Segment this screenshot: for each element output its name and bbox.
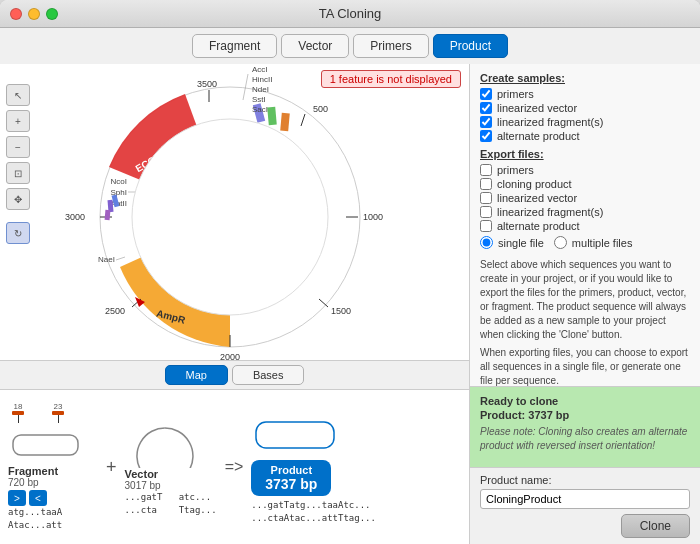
export-cloningprod-checkbox[interactable] bbox=[480, 178, 492, 190]
svg-text:2500: 2500 bbox=[105, 306, 125, 316]
map-tabs: Map Bases bbox=[0, 360, 469, 389]
create-primers-label: primers bbox=[497, 88, 534, 100]
sequence-section: 18 23 bbox=[0, 390, 469, 544]
vector-seq: ...gatT atc... bbox=[125, 491, 212, 504]
svg-text:2000: 2000 bbox=[219, 352, 239, 360]
fragment-seq2: Atac...att bbox=[8, 519, 62, 532]
export-cloningprod-row: cloning product bbox=[480, 178, 690, 190]
export-cloningprod-label: cloning product bbox=[497, 178, 572, 190]
right-panel: Create samples: primers linearized vecto… bbox=[470, 64, 700, 544]
options-panel: Create samples: primers linearized vecto… bbox=[470, 64, 700, 387]
fragment-seq: atg...taaA bbox=[8, 506, 62, 519]
product-name-input[interactable] bbox=[480, 489, 690, 509]
create-samples-title: Create samples: bbox=[480, 72, 690, 84]
svg-text:1000: 1000 bbox=[363, 212, 383, 222]
svg-text:500: 500 bbox=[313, 104, 328, 114]
clone-button[interactable]: Clone bbox=[621, 514, 690, 538]
create-linvector-label: linearized vector bbox=[497, 102, 577, 114]
product-seq: ...gatTatg...taaAtc... bbox=[251, 499, 370, 512]
product-shape bbox=[251, 410, 341, 460]
product-name-section: Product name: Clone bbox=[470, 467, 700, 544]
svg-rect-37 bbox=[13, 435, 78, 455]
ready-note: Please note: Cloning also creates am alt… bbox=[480, 425, 690, 453]
svg-text:NdeI: NdeI bbox=[252, 85, 269, 94]
vector-seq2: ...cta Ttag... bbox=[125, 504, 217, 517]
export-altprod-label: alternate product bbox=[497, 220, 580, 232]
svg-text:SacI: SacI bbox=[252, 105, 268, 114]
create-linfrag-checkbox[interactable] bbox=[480, 116, 492, 128]
plus-sign: + bbox=[102, 457, 121, 478]
export-linvector-checkbox[interactable] bbox=[480, 192, 492, 204]
svg-text:3000: 3000 bbox=[65, 212, 85, 222]
export-primers-checkbox[interactable] bbox=[480, 164, 492, 176]
export-files-title: Export files: bbox=[480, 148, 690, 160]
export-altprod-checkbox[interactable] bbox=[480, 220, 492, 232]
feature-warning: 1 feature is not displayed bbox=[321, 70, 461, 88]
export-primers-row: primers bbox=[480, 164, 690, 176]
export-primers-label: primers bbox=[497, 164, 534, 176]
product-box: Product 3737 bp bbox=[251, 460, 331, 496]
close-button[interactable] bbox=[10, 8, 22, 20]
svg-line-26 bbox=[243, 74, 248, 100]
bottom-panel: 18 23 bbox=[0, 389, 469, 544]
export-linfrag-checkbox[interactable] bbox=[480, 206, 492, 218]
tab-product[interactable]: Product bbox=[433, 34, 508, 58]
svg-text:AccI: AccI bbox=[252, 65, 268, 74]
product-diagram: Product 3737 bp ...gatTatg...taaAtc... .… bbox=[251, 410, 376, 524]
tab-bar: Fragment Vector Primers Product bbox=[0, 28, 700, 64]
export-linfrag-label: linearized fragment(s) bbox=[497, 206, 603, 218]
product-name-label: Product name: bbox=[480, 474, 690, 486]
svg-text:SstI: SstI bbox=[252, 95, 266, 104]
create-linfrag-row: linearized fragment(s) bbox=[480, 116, 690, 128]
arrow-sign: => bbox=[221, 458, 248, 476]
tab-vector[interactable]: Vector bbox=[281, 34, 349, 58]
create-linvector-row: linearized vector bbox=[480, 102, 690, 114]
map-tab-bases[interactable]: Bases bbox=[232, 365, 305, 385]
multi-file-radio[interactable] bbox=[554, 236, 567, 249]
multi-file-label: multiple files bbox=[572, 237, 633, 249]
primer-mark-1: 18 bbox=[12, 402, 24, 423]
map-svg: AmpR ECGFP 3500 bbox=[55, 64, 415, 360]
svg-text:3500: 3500 bbox=[196, 79, 216, 89]
primer-marks: 18 23 bbox=[8, 402, 64, 423]
create-primers-checkbox[interactable] bbox=[480, 88, 492, 100]
svg-line-13 bbox=[319, 299, 328, 307]
titlebar: TA Cloning bbox=[0, 0, 700, 28]
circular-map: AmpR ECGFP 3500 bbox=[20, 74, 449, 350]
minimize-button[interactable] bbox=[28, 8, 40, 20]
map-area: 1 feature is not displayed ↖ + − ⊡ ✥ ↻ bbox=[0, 64, 469, 360]
vector-shape bbox=[125, 418, 205, 468]
fragment-next-btn[interactable]: < bbox=[29, 490, 47, 506]
svg-point-36 bbox=[132, 119, 328, 315]
create-altprod-checkbox[interactable] bbox=[480, 130, 492, 142]
ready-subtitle: Product: 3737 bp bbox=[480, 409, 690, 421]
map-tab-map[interactable]: Map bbox=[165, 365, 228, 385]
single-file-row: single file bbox=[480, 236, 544, 249]
main-window: TA Cloning Fragment Vector Primers Produ… bbox=[0, 0, 700, 544]
fragment-prev-btn[interactable]: > bbox=[8, 490, 26, 506]
create-linfrag-label: linearized fragment(s) bbox=[497, 116, 603, 128]
svg-text:NaeI: NaeI bbox=[98, 255, 115, 264]
export-altprod-row: alternate product bbox=[480, 220, 690, 232]
svg-text:HincII: HincII bbox=[252, 75, 272, 84]
svg-rect-5 bbox=[267, 107, 277, 126]
maximize-button[interactable] bbox=[46, 8, 58, 20]
vector-diagram: Vector 3017 bp ...gatT atc... ...cta Tta… bbox=[125, 418, 217, 516]
description2: When exporting files, you can choose to … bbox=[480, 346, 690, 387]
tab-primers[interactable]: Primers bbox=[353, 34, 428, 58]
window-title: TA Cloning bbox=[319, 6, 382, 21]
ready-title: Ready to clone bbox=[480, 395, 690, 407]
create-primers-row: primers bbox=[480, 88, 690, 100]
svg-rect-35 bbox=[104, 210, 110, 220]
svg-line-32 bbox=[116, 257, 125, 260]
single-file-radio[interactable] bbox=[480, 236, 493, 249]
svg-rect-38 bbox=[256, 422, 334, 448]
svg-text:NcoI: NcoI bbox=[110, 177, 126, 186]
create-altprod-row: alternate product bbox=[480, 130, 690, 142]
product-seq2: ...ctaAtac...attTtag... bbox=[251, 512, 376, 525]
window-buttons bbox=[10, 8, 58, 20]
create-linvector-checkbox[interactable] bbox=[480, 102, 492, 114]
svg-rect-6 bbox=[280, 113, 290, 132]
tab-fragment[interactable]: Fragment bbox=[192, 34, 277, 58]
left-panel: 1 feature is not displayed ↖ + − ⊡ ✥ ↻ bbox=[0, 64, 470, 544]
